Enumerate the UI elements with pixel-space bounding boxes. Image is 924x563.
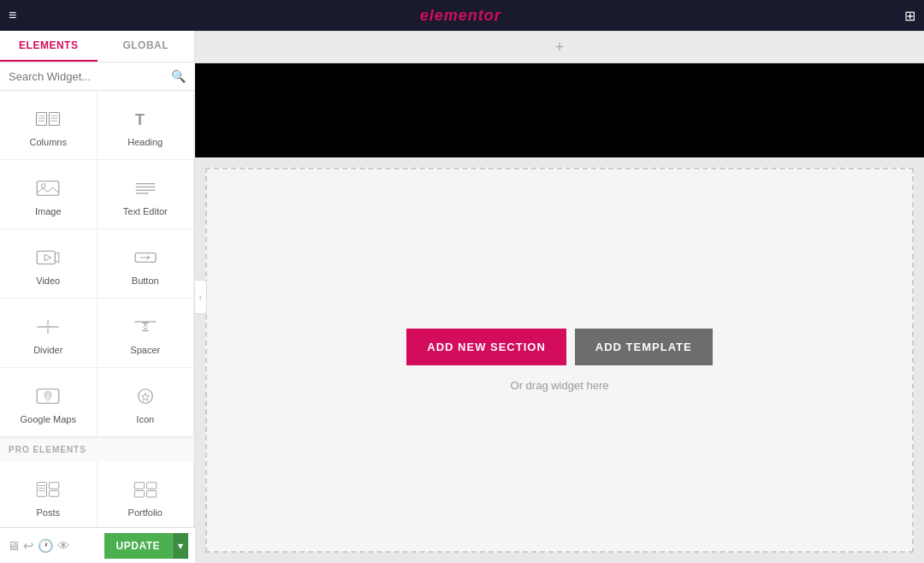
history-icon[interactable]: 🕐 — [38, 538, 54, 554]
widget-button-label: Button — [132, 276, 159, 286]
tab-global[interactable]: GLOBAL — [98, 31, 195, 62]
update-arrow-button[interactable]: ▾ — [172, 533, 188, 559]
svg-marker-16 — [45, 254, 52, 261]
widget-google-maps-label: Google Maps — [21, 414, 76, 424]
svg-point-10 — [42, 184, 46, 188]
svg-rect-25 — [38, 483, 47, 497]
widget-portfolio[interactable]: Portfolio — [98, 461, 195, 530]
divider-icon — [35, 314, 61, 340]
content-block — [195, 63, 924, 157]
svg-rect-0 — [37, 113, 47, 126]
widget-heading[interactable]: T Heading — [98, 91, 195, 160]
drop-zone-buttons: ADD NEW SECTION ADD TEMPLATE — [406, 329, 712, 365]
elementor-logo: elementor — [420, 7, 501, 25]
icon-widget-icon — [133, 383, 158, 409]
posts-icon — [35, 477, 61, 502]
widget-columns[interactable]: Columns — [0, 91, 98, 160]
desktop-icon[interactable]: 🖥 — [7, 538, 20, 553]
video-icon — [35, 245, 61, 270]
google-maps-icon — [35, 383, 61, 409]
svg-rect-15 — [38, 252, 56, 264]
button-icon — [133, 245, 158, 270]
widget-video[interactable]: Video — [0, 229, 98, 299]
main-layout: ELEMENTS GLOBAL 🔍 — [0, 31, 924, 563]
widget-divider-label: Divider — [33, 345, 62, 355]
widget-text-editor[interactable]: Text Editor — [98, 160, 195, 229]
canvas-area: + ADD NEW SECTION ADD TEMPLATE Or drag w… — [195, 31, 924, 563]
svg-rect-32 — [146, 483, 156, 489]
widget-video-label: Video — [36, 276, 60, 286]
widget-image[interactable]: Image — [0, 160, 98, 229]
add-section-top[interactable]: + — [195, 31, 924, 63]
add-new-section-button[interactable]: ADD NEW SECTION — [406, 329, 566, 365]
widget-text-editor-label: Text Editor — [123, 206, 168, 216]
widget-spacer-label: Spacer — [130, 345, 160, 355]
svg-text:T: T — [135, 111, 145, 128]
image-icon — [35, 175, 61, 201]
svg-point-23 — [46, 394, 50, 397]
svg-rect-31 — [134, 483, 144, 489]
widget-spacer[interactable]: Spacer — [98, 299, 195, 368]
widget-image-label: Image — [35, 206, 62, 216]
widget-posts-label: Posts — [36, 507, 60, 518]
columns-icon — [35, 106, 61, 132]
search-icon: 🔍 — [171, 69, 186, 83]
bottom-bar: 🖥 ↩ 🕐 👁 UPDATE ▾ — [0, 527, 195, 563]
widget-google-maps[interactable]: Google Maps — [0, 368, 98, 437]
add-template-button[interactable]: ADD TEMPLATE — [575, 329, 713, 365]
widget-portfolio-label: Portfolio — [128, 507, 163, 518]
update-button[interactable]: UPDATE — [104, 533, 172, 559]
heading-icon: T — [133, 106, 158, 132]
search-bar: 🔍 — [0, 62, 194, 91]
widget-icon[interactable]: Icon — [98, 368, 195, 437]
svg-rect-34 — [146, 491, 156, 498]
widget-divider[interactable]: Divider — [0, 299, 98, 368]
widget-posts[interactable]: Posts — [0, 461, 98, 530]
widget-heading-label: Heading — [127, 137, 163, 147]
svg-rect-29 — [50, 483, 59, 489]
drag-hint: Or drag widget here — [511, 379, 609, 392]
svg-point-24 — [139, 389, 153, 404]
pro-elements-header: PRO ELEMENTS — [0, 437, 194, 461]
svg-point-20 — [47, 326, 50, 329]
tab-elements[interactable]: ELEMENTS — [0, 31, 98, 62]
chevron-left-icon: ‹ — [199, 293, 202, 302]
basic-widget-grid: Columns T Heading Image — [0, 91, 194, 437]
svg-rect-30 — [50, 491, 59, 497]
hamburger-icon[interactable]: ≡ — [9, 8, 16, 23]
top-bar: ≡ elementor ⊞ — [0, 0, 924, 31]
plus-icon: + — [555, 39, 565, 56]
grid-icon[interactable]: ⊞ — [904, 8, 915, 24]
svg-rect-9 — [38, 181, 60, 196]
widget-button[interactable]: Button — [98, 229, 195, 299]
tabs: ELEMENTS GLOBAL — [0, 31, 194, 62]
spacer-icon — [133, 314, 158, 340]
svg-rect-33 — [134, 491, 144, 498]
collapse-handle[interactable]: ‹ — [195, 280, 207, 314]
svg-rect-1 — [50, 113, 60, 126]
widget-columns-label: Columns — [30, 137, 67, 147]
preview-icon[interactable]: 👁 — [57, 538, 70, 553]
text-editor-icon — [133, 175, 158, 201]
widget-icon-label: Icon — [136, 414, 154, 424]
search-input[interactable] — [9, 70, 171, 83]
undo-icon[interactable]: ↩ — [23, 538, 34, 554]
drop-zone: ADD NEW SECTION ADD TEMPLATE Or drag wid… — [205, 168, 914, 553]
sidebar: ELEMENTS GLOBAL 🔍 — [0, 31, 195, 563]
widget-list: Columns T Heading Image — [0, 91, 194, 563]
portfolio-icon — [133, 477, 158, 502]
